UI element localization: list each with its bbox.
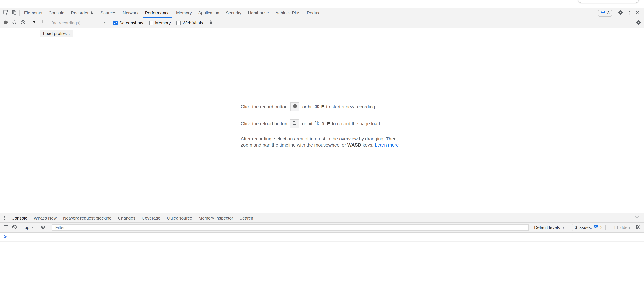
close-icon: [634, 215, 639, 221]
console-issues-button[interactable]: 3 Issues: 3: [572, 224, 605, 231]
log-levels-select[interactable]: Default levels ▼: [532, 225, 567, 230]
learn-more-link[interactable]: Learn more: [375, 142, 399, 147]
trash-icon: [208, 20, 213, 26]
kebab-menu-icon: [626, 10, 632, 16]
tab-adblock-plus[interactable]: Adblock Plus: [272, 8, 304, 18]
garbage-collect-button[interactable]: [207, 18, 215, 28]
recordings-select[interactable]: (no recordings) ▼: [50, 20, 108, 25]
record-circle-icon: [3, 20, 8, 26]
command-key-glyph: ⌘: [314, 121, 319, 126]
web-vitals-checkbox[interactable]: [176, 21, 181, 25]
drawer-tab-search[interactable]: Search: [236, 213, 256, 222]
sidebar-toggle-icon: [3, 224, 8, 231]
tab-security[interactable]: Security: [222, 8, 244, 18]
close-drawer-button[interactable]: [632, 213, 641, 222]
screenshots-checkbox-item[interactable]: Screenshots: [113, 20, 143, 25]
tabbar-right-controls: 3: [598, 8, 644, 18]
drawer-tab-memory-inspector[interactable]: Memory Inspector: [195, 213, 236, 222]
console-filter-input[interactable]: [52, 224, 529, 231]
javascript-context-select[interactable]: top ▼: [21, 225, 36, 230]
context-select-value: top: [23, 225, 29, 230]
experimental-flask-icon: [90, 10, 94, 16]
chevron-down-icon: ▼: [32, 226, 34, 229]
load-profile-button[interactable]: [30, 18, 38, 28]
web-vitals-checkbox-item[interactable]: Web Vitals: [176, 20, 203, 25]
record-button-illustration: [290, 102, 299, 111]
gear-icon: [636, 20, 641, 26]
issues-count: 3: [607, 11, 610, 16]
block-icon: [12, 224, 17, 231]
console-sidebar-toggle-button[interactable]: [2, 223, 10, 232]
drawer-tab-changes[interactable]: Changes: [115, 213, 138, 222]
log-levels-value: Default levels: [534, 225, 560, 230]
devtools-tabbar: Elements Console Recorder Sources Networ…: [0, 8, 644, 18]
floating-window-corner: [578, 0, 638, 3]
close-devtools-button[interactable]: [633, 8, 642, 18]
record-instruction-row: Click the record button or hit ⌘ E to st…: [241, 102, 403, 111]
console-prompt-chevron-icon: [4, 234, 7, 240]
reload-icon: [12, 20, 17, 26]
tabbar-divider: [20, 10, 20, 16]
chevron-down-icon: ▼: [562, 226, 565, 229]
issues-bubble-icon: [594, 225, 598, 230]
drawer-tab-whats-new[interactable]: What's New: [30, 213, 60, 222]
drawer-tab-console[interactable]: Console: [8, 213, 30, 222]
reload-and-record-button[interactable]: [10, 18, 19, 28]
load-profile-tooltip: Load profile…: [40, 30, 73, 37]
clear-console-button[interactable]: [10, 223, 19, 232]
more-options-button[interactable]: [624, 8, 633, 18]
tab-recorder[interactable]: Recorder: [68, 8, 97, 18]
tab-network[interactable]: Network: [120, 8, 142, 18]
eye-icon: [40, 224, 46, 231]
issues-label: 3 Issues:: [575, 225, 592, 230]
drawer-right-controls: [632, 213, 644, 222]
chevron-down-icon: ▼: [104, 22, 106, 24]
console-settings-button[interactable]: [633, 223, 642, 232]
settings-button[interactable]: [616, 8, 624, 18]
kebab-menu-icon: [2, 215, 8, 221]
record-button[interactable]: [2, 18, 10, 28]
upload-icon: [32, 20, 37, 26]
tab-redux[interactable]: Redux: [304, 8, 322, 18]
record-circle-icon: [292, 103, 298, 110]
device-toolbar-button[interactable]: [10, 8, 18, 18]
tab-memory[interactable]: Memory: [173, 8, 195, 18]
reload-button-illustration: [290, 119, 299, 128]
hidden-messages-label: 1 hidden: [614, 225, 630, 230]
performance-empty-state: Click the record button or hit ⌘ E to st…: [241, 102, 403, 148]
console-toolbar: top ▼ Default levels ▼ 3 Issues: 3 1 hid…: [0, 223, 644, 233]
gear-icon: [635, 224, 640, 231]
create-live-expression-button[interactable]: [39, 223, 47, 232]
drawer-menu-button[interactable]: [1, 213, 8, 222]
tab-performance[interactable]: Performance: [142, 8, 173, 18]
screenshots-checkbox[interactable]: [113, 21, 118, 25]
tab-console[interactable]: Console: [45, 8, 68, 18]
save-profile-button[interactable]: [38, 18, 47, 28]
memory-checkbox[interactable]: [149, 21, 153, 25]
console-prompt-row[interactable]: [0, 233, 644, 242]
memory-checkbox-item[interactable]: Memory: [149, 20, 171, 25]
drawer-tab-network-request-blocking[interactable]: Network request blocking: [60, 213, 115, 222]
download-icon: [40, 20, 45, 26]
web-vitals-label: Web Vitals: [182, 20, 203, 25]
tab-application[interactable]: Application: [195, 8, 222, 18]
issues-bubble-icon: [601, 10, 605, 16]
page-top-strip: [0, 0, 644, 8]
tab-elements[interactable]: Elements: [21, 8, 45, 18]
console-messages-area[interactable]: [0, 233, 644, 302]
block-icon: [20, 20, 26, 26]
capture-settings-button[interactable]: [634, 18, 642, 28]
drawer-tab-quick-source[interactable]: Quick source: [164, 213, 195, 222]
tab-lighthouse[interactable]: Lighthouse: [244, 8, 272, 18]
close-icon: [635, 10, 640, 16]
issues-counter-button[interactable]: 3: [598, 10, 612, 16]
clear-recordings-button[interactable]: [19, 18, 27, 28]
drawer-tabbar: Console What's New Network request block…: [0, 213, 644, 223]
device-toolbar-icon: [11, 10, 17, 16]
command-key-glyph: ⌘: [314, 104, 320, 109]
reload-instruction-row: Click the reload button or hit ⌘ ⇧ E to …: [241, 119, 403, 128]
drawer-tab-coverage[interactable]: Coverage: [138, 213, 164, 222]
shift-key-glyph: ⇧: [321, 121, 325, 126]
tab-sources[interactable]: Sources: [97, 8, 120, 18]
inspect-element-button[interactable]: [1, 8, 10, 18]
